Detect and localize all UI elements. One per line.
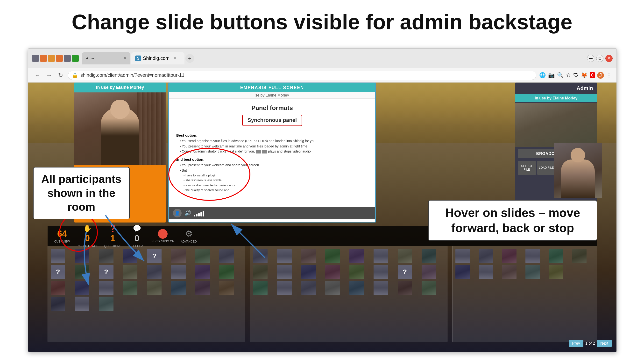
participant-avatar — [195, 281, 210, 295]
page-info: 1 of 2 — [585, 341, 595, 346]
participant-avatar — [374, 249, 388, 263]
addon-icon: 0 — [590, 72, 595, 78]
browser-content: In use by Elaine Morley EMPHASIS FULL SC… — [28, 82, 616, 352]
slide-subtitle: Synchronous panel — [242, 115, 302, 126]
participant-avatar — [277, 281, 292, 295]
sub-bullet-2: sharescreen is less stable — [176, 178, 368, 182]
annotation-hover-slides: Hover on slides – move forward, back or … — [428, 200, 597, 241]
participant-avatar — [374, 281, 388, 295]
participant-avatar — [422, 281, 436, 295]
load-file-button[interactable]: LOAD FILE — [537, 161, 556, 175]
new-tab-button[interactable]: + — [186, 54, 194, 63]
address-text: shindig.com/client/admin/?event=nomaditt… — [80, 72, 184, 78]
address-bar[interactable]: 🔒 shindig.com/client/admin/?event=nomadi… — [68, 71, 536, 80]
browser-nav: ← → ↻ 🔒 shindig.com/client/admin/?event=… — [28, 68, 616, 82]
participant-avatar — [219, 281, 234, 295]
user-icon: J — [597, 72, 604, 79]
firefox-icon: 🦊 — [581, 72, 588, 78]
volume-icon[interactable]: 🔊 — [184, 210, 191, 216]
close-button[interactable]: × — [605, 55, 612, 62]
participant-avatar-question — [398, 265, 412, 279]
participant-avatar — [195, 249, 210, 263]
participant-avatar — [479, 265, 493, 279]
presenter-video-feed — [74, 92, 166, 165]
prev-page-button[interactable]: Prev — [569, 340, 584, 347]
emphasis-bar: EMPHASIS FULL SCREEN — [169, 83, 375, 92]
extensions-icon: 🌐 — [539, 72, 546, 78]
left-panel-video — [74, 92, 166, 165]
sub-bullet-1: have to install a plugin — [176, 173, 368, 178]
participant-avatar — [422, 265, 436, 279]
window-controls: — □ × — [587, 55, 612, 62]
shield-icon: 🛡 — [573, 72, 578, 78]
slide-bullet-3: Convenor/administrator clicks 'next slid… — [176, 149, 368, 154]
slide-title: Panel formats — [176, 103, 368, 112]
menu-icon: ⋮ — [606, 72, 612, 78]
slide-bullet-4: You present to your webcam and share you… — [176, 163, 368, 168]
participant-avatar — [350, 281, 364, 295]
annotation-participants: All participants shown in the room — [33, 167, 130, 219]
participant-avatar — [51, 249, 65, 263]
slide-bullet-1: You send organisers your files in advanc… — [176, 139, 368, 144]
browser-tab-shindig[interactable]: S Shindig.com ✕ — [131, 52, 184, 64]
best-option-label: Best option: — [176, 133, 368, 138]
participant-avatar — [526, 265, 540, 279]
participant-avatar — [325, 249, 340, 263]
slide-in-use-label: se by Elaine Morley — [169, 92, 375, 99]
but-label: But — [176, 168, 368, 173]
next-page-button[interactable]: Next — [597, 340, 612, 347]
participant-avatar — [219, 265, 234, 279]
slide-content: Panel formats Synchronous panel Best opt… — [169, 99, 375, 198]
participant-avatar — [301, 265, 316, 279]
participant-avatar — [398, 249, 412, 263]
participant-avatar — [325, 281, 340, 295]
browser-tabs: ● ··· ✕ S Shindig.com ✕ + — [32, 52, 585, 64]
pagination: Prev 1 of 2 Next — [569, 340, 612, 347]
back-button[interactable]: ← — [33, 71, 42, 80]
participant-avatar — [502, 265, 516, 279]
refresh-button[interactable]: ↻ — [56, 71, 65, 80]
participant-avatar — [549, 265, 563, 279]
slide-panel: EMPHASIS FULL SCREEN se by Elaine Morley… — [168, 82, 376, 223]
browser-toolbar-icons: 🌐 📷 🔍 ☆ 🛡 🦊 0 J ⋮ — [539, 72, 612, 79]
forward-button[interactable]: → — [45, 71, 53, 80]
participant-avatar — [549, 249, 563, 263]
left-panel-in-use-label: In use by Elaine Morley — [74, 82, 166, 92]
participant-avatar-question — [51, 265, 65, 279]
maximize-button[interactable]: □ — [596, 55, 604, 62]
participant-avatar — [572, 249, 586, 263]
gear-icon: ⚙ — [185, 229, 193, 239]
select-file-button[interactable]: SELECT FILE — [518, 161, 536, 175]
participant-avatar — [277, 265, 292, 279]
signal-bars — [194, 210, 204, 217]
sub-bullet-4: the quality of shared sound and... — [176, 188, 368, 192]
participant-avatar — [456, 265, 470, 279]
participant-avatar — [422, 249, 436, 263]
admin-video-feed — [515, 103, 597, 147]
admin-label: Admin — [515, 83, 597, 94]
participant-avatar — [51, 281, 65, 295]
participant-avatar — [253, 265, 268, 279]
second-best-label: 2nd best option: — [176, 157, 368, 162]
participant-avatar — [374, 265, 388, 279]
advanced-control[interactable]: ⚙ ADVANCED — [179, 229, 198, 243]
participant-avatar — [350, 265, 364, 279]
advanced-label: ADVANCED — [181, 240, 197, 243]
participant-avatar — [398, 281, 412, 295]
minimize-button[interactable]: — — [587, 55, 594, 62]
participant-avatar — [456, 249, 470, 263]
search-toolbar-icon: 🔍 — [557, 72, 564, 78]
participant-avatar — [51, 297, 65, 311]
participant-avatar — [195, 265, 210, 279]
participant-avatar — [171, 281, 186, 295]
participant-avatar — [350, 249, 364, 263]
participant-avatar — [325, 265, 340, 279]
browser-tab-inactive[interactable]: ● ··· ✕ — [82, 52, 130, 64]
participant-avatar — [502, 249, 516, 263]
person-icon[interactable]: 👤 — [173, 209, 182, 217]
admin-in-use-label: In use by Elaine Morley — [515, 94, 597, 102]
participant-avatar — [171, 249, 186, 263]
browser-chrome: ● ··· ✕ S Shindig.com ✕ + — □ × — [28, 49, 616, 68]
participant-avatar — [253, 281, 268, 295]
far-right-video-feed — [554, 143, 602, 198]
